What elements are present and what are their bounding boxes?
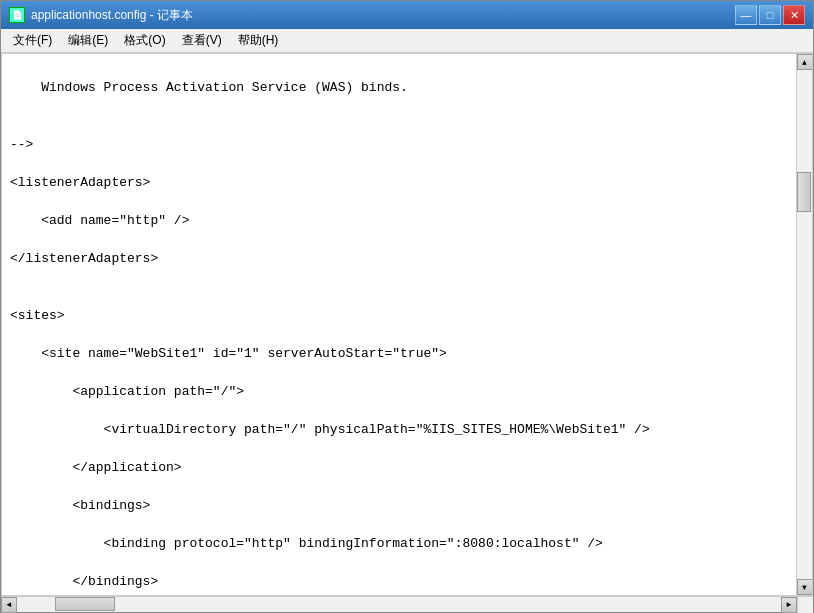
window-title: applicationhost.config - 记事本 bbox=[31, 7, 193, 24]
line-11: <virtualDirectory path="/" physicalPath=… bbox=[10, 420, 788, 439]
line-6: </listenerAdapters> bbox=[10, 249, 788, 268]
menu-file[interactable]: 文件(F) bbox=[5, 30, 60, 51]
line-14: <binding protocol="http" bindingInformat… bbox=[10, 534, 788, 553]
close-button[interactable]: ✕ bbox=[783, 5, 805, 25]
line-9: <site name="WebSite1" id="1" serverAutoS… bbox=[10, 344, 788, 363]
menu-bar: 文件(F) 编辑(E) 格式(O) 查看(V) 帮助(H) bbox=[1, 29, 813, 53]
scroll-left-button[interactable]: ◄ bbox=[1, 597, 17, 613]
title-bar: 📄 applicationhost.config - 记事本 — □ ✕ bbox=[1, 1, 813, 29]
code-content: Windows Process Activation Service (WAS)… bbox=[10, 78, 788, 596]
scroll-h-track[interactable] bbox=[17, 597, 781, 612]
content-wrapper: Windows Process Activation Service (WAS)… bbox=[1, 53, 813, 596]
menu-view[interactable]: 查看(V) bbox=[174, 30, 230, 51]
menu-help[interactable]: 帮助(H) bbox=[230, 30, 287, 51]
text-editor[interactable]: Windows Process Activation Service (WAS)… bbox=[2, 54, 796, 595]
line-1: Windows Process Activation Service (WAS)… bbox=[10, 78, 788, 97]
vertical-scrollbar[interactable]: ▲ ▼ bbox=[796, 54, 812, 595]
line-4: <listenerAdapters> bbox=[10, 173, 788, 192]
maximize-button[interactable]: □ bbox=[759, 5, 781, 25]
scroll-up-button[interactable]: ▲ bbox=[797, 54, 813, 70]
app-icon: 📄 bbox=[9, 7, 25, 23]
line-15: </bindings> bbox=[10, 572, 788, 591]
minimize-button[interactable]: — bbox=[735, 5, 757, 25]
line-13: <bindings> bbox=[10, 496, 788, 515]
scroll-thumb[interactable] bbox=[797, 172, 811, 212]
main-window: 📄 applicationhost.config - 记事本 — □ ✕ 文件(… bbox=[0, 0, 814, 613]
scrollbar-corner bbox=[797, 597, 813, 613]
line-5: <add name="http" /> bbox=[10, 211, 788, 230]
scroll-h-thumb[interactable] bbox=[55, 597, 115, 611]
line-10: <application path="/"> bbox=[10, 382, 788, 401]
scroll-right-button[interactable]: ► bbox=[781, 597, 797, 613]
line-8: <sites> bbox=[10, 306, 788, 325]
menu-edit[interactable]: 编辑(E) bbox=[60, 30, 116, 51]
scroll-track[interactable] bbox=[797, 70, 812, 579]
line-12: </application> bbox=[10, 458, 788, 477]
bottom-bar: ◄ ► bbox=[1, 596, 813, 612]
title-bar-left: 📄 applicationhost.config - 记事本 bbox=[9, 7, 193, 24]
scroll-down-button[interactable]: ▼ bbox=[797, 579, 813, 595]
line-3: --> bbox=[10, 135, 788, 154]
menu-format[interactable]: 格式(O) bbox=[116, 30, 173, 51]
horizontal-scrollbar[interactable]: ◄ ► bbox=[1, 597, 797, 612]
window-controls: — □ ✕ bbox=[735, 5, 805, 25]
